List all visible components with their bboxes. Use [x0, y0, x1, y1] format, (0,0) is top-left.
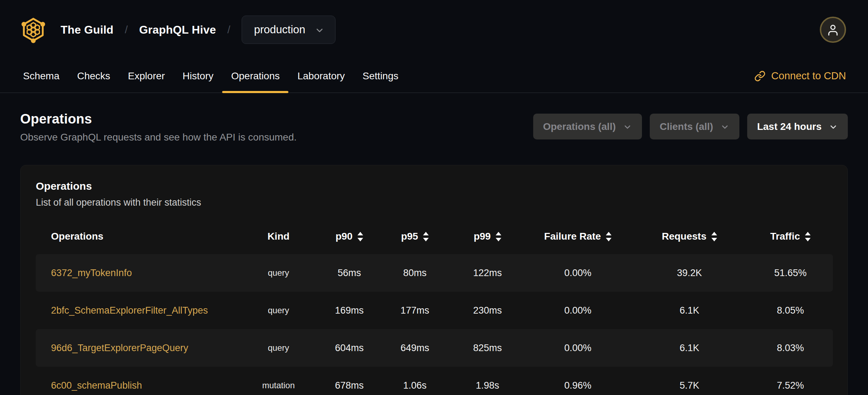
hive-logo-icon[interactable]: [20, 16, 46, 44]
chevron-down-icon: [720, 122, 729, 132]
failure-rate-cell: 0.00%: [525, 305, 631, 316]
tab-schema[interactable]: Schema: [14, 59, 68, 92]
requests-cell: 39.2K: [631, 268, 748, 279]
table-row: 96d6_TargetExplorerPageQuery query 604ms…: [36, 329, 833, 367]
operations-filter-label: Operations (all): [543, 121, 616, 132]
link-chain-icon: [754, 70, 766, 82]
chevron-down-icon: [315, 25, 325, 35]
p90-cell: 604ms: [319, 343, 379, 354]
tab-operations[interactable]: Operations: [222, 59, 288, 92]
kind-cell: query: [238, 343, 319, 353]
tab-settings[interactable]: Settings: [354, 59, 407, 92]
nav-tabs: Schema Checks Explorer History Operation…: [14, 59, 407, 92]
card-subtitle: List of all operations with their statis…: [36, 197, 832, 208]
operation-link[interactable]: 2bfc_SchemaExplorerFilter_AllTypes: [51, 305, 208, 316]
column-header-traffic-label: Traffic: [770, 231, 800, 242]
p90-cell: 678ms: [319, 380, 379, 391]
column-header-operations: Operations: [36, 231, 238, 242]
nav-bar: Schema Checks Explorer History Operation…: [0, 59, 868, 93]
p95-cell: 649ms: [379, 343, 450, 354]
breadcrumb: The Guild / GraphQL Hive / production: [20, 16, 336, 44]
column-header-kind: Kind: [238, 231, 319, 242]
tab-laboratory[interactable]: Laboratory: [288, 59, 354, 92]
traffic-cell: 8.03%: [748, 343, 833, 354]
breadcrumb-separator: /: [227, 24, 230, 36]
p99-cell: 122ms: [450, 268, 525, 279]
p99-cell: 230ms: [450, 305, 525, 316]
person-icon: [826, 23, 840, 37]
time-range-label: Last 24 hours: [757, 121, 822, 132]
p99-cell: 825ms: [450, 343, 525, 354]
breadcrumb-project[interactable]: GraphQL Hive: [139, 23, 216, 36]
column-header-p90-label: p90: [336, 231, 353, 242]
tab-checks[interactable]: Checks: [68, 59, 119, 92]
failure-rate-cell: 0.00%: [525, 343, 631, 354]
failure-rate-cell: 0.96%: [525, 380, 631, 391]
sort-arrows-icon: [805, 232, 811, 241]
traffic-cell: 51.65%: [748, 268, 833, 279]
operations-card: Operations List of all operations with t…: [20, 165, 848, 395]
column-header-p95-label: p95: [401, 231, 418, 242]
p99-cell: 1.98s: [450, 380, 525, 391]
user-avatar-button[interactable]: [820, 17, 846, 43]
operations-table: Operations Kind p90 p95 p99: [36, 219, 833, 395]
top-bar: The Guild / GraphQL Hive / production: [0, 0, 868, 59]
column-header-traffic[interactable]: Traffic: [748, 231, 833, 242]
operations-filter-dropdown[interactable]: Operations (all): [533, 114, 642, 139]
column-header-p90[interactable]: p90: [319, 231, 379, 242]
kind-cell: query: [238, 268, 319, 278]
column-header-failure-rate-label: Failure Rate: [544, 231, 601, 242]
p95-cell: 177ms: [379, 305, 450, 316]
requests-cell: 5.7K: [631, 380, 748, 391]
chevron-down-icon: [829, 122, 838, 132]
breadcrumb-org[interactable]: The Guild: [61, 23, 113, 36]
traffic-cell: 8.05%: [748, 305, 833, 316]
operation-link[interactable]: 96d6_TargetExplorerPageQuery: [51, 343, 188, 353]
page-header-text: Operations Observe GraphQL requests and …: [20, 111, 297, 143]
column-header-failure-rate[interactable]: Failure Rate: [525, 231, 631, 242]
main-content: Operations Observe GraphQL requests and …: [0, 111, 868, 395]
sort-arrows-icon: [357, 232, 363, 241]
target-select[interactable]: production: [242, 16, 336, 44]
column-header-p99[interactable]: p99: [450, 231, 525, 242]
p95-cell: 80ms: [379, 268, 450, 279]
sort-arrows-icon: [606, 232, 611, 241]
connect-to-cdn-link[interactable]: Connect to CDN: [754, 59, 846, 92]
column-header-requests-label: Requests: [662, 231, 706, 242]
sort-arrows-icon: [423, 232, 429, 241]
p95-cell: 1.06s: [379, 380, 450, 391]
operation-link[interactable]: 6c00_schemaPublish: [51, 380, 142, 391]
traffic-cell: 7.52%: [748, 380, 833, 391]
p90-cell: 56ms: [319, 268, 379, 279]
card-title: Operations: [36, 180, 832, 192]
chevron-down-icon: [623, 122, 632, 132]
page-subtitle: Observe GraphQL requests and see how the…: [20, 132, 297, 143]
table-row: 6c00_schemaPublish mutation 678ms 1.06s …: [36, 367, 833, 395]
connect-to-cdn-label: Connect to CDN: [771, 70, 846, 82]
p90-cell: 169ms: [319, 305, 379, 316]
clients-filter-dropdown[interactable]: Clients (all): [650, 114, 739, 139]
tab-history[interactable]: History: [174, 59, 222, 92]
target-select-value: production: [254, 23, 305, 36]
filter-bar: Operations (all) Clients (all) Last 24 h…: [533, 114, 848, 139]
requests-cell: 6.1K: [631, 305, 748, 316]
table-row: 2bfc_SchemaExplorerFilter_AllTypes query…: [36, 292, 833, 329]
tab-explorer[interactable]: Explorer: [119, 59, 174, 92]
table-header-row: Operations Kind p90 p95 p99: [36, 219, 833, 254]
failure-rate-cell: 0.00%: [525, 268, 631, 279]
app-root: The Guild / GraphQL Hive / production Sc…: [0, 0, 868, 395]
time-range-dropdown[interactable]: Last 24 hours: [747, 114, 848, 139]
kind-cell: query: [238, 305, 319, 315]
requests-cell: 6.1K: [631, 343, 748, 354]
sort-arrows-icon: [496, 232, 501, 241]
column-header-p95[interactable]: p95: [379, 231, 450, 242]
table-row: 6372_myTokenInfo query 56ms 80ms 122ms 0…: [36, 254, 833, 292]
page-title: Operations: [20, 111, 297, 127]
column-header-p99-label: p99: [474, 231, 491, 242]
page-header: Operations Observe GraphQL requests and …: [20, 111, 848, 143]
column-header-requests[interactable]: Requests: [631, 231, 748, 242]
sort-arrows-icon: [711, 232, 717, 241]
clients-filter-label: Clients (all): [660, 121, 713, 132]
kind-cell: mutation: [238, 380, 319, 390]
operation-link[interactable]: 6372_myTokenInfo: [51, 268, 132, 278]
